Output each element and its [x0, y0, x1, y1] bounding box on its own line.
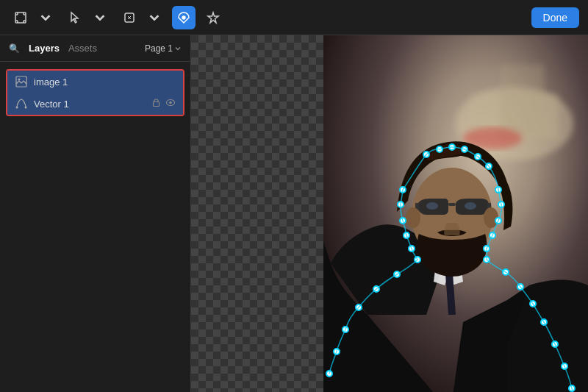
svg-rect-16	[154, 102, 159, 107]
svg-point-15	[25, 107, 27, 109]
frame-tool-chevron[interactable]	[34, 6, 57, 29]
canvas-image	[323, 35, 588, 392]
svg-point-14	[16, 107, 18, 109]
tool-group-select	[63, 6, 112, 29]
sidebar: 🔍 Layers Assets Page 1	[0, 35, 191, 392]
image-layer-icon	[15, 75, 28, 88]
svg-point-18	[169, 101, 172, 104]
page-selector-chevron	[174, 45, 182, 52]
svg-point-29	[426, 202, 438, 210]
search-icon: 🔍	[9, 43, 20, 54]
tab-assets[interactable]: Assets	[65, 41, 100, 55]
svg-marker-11	[208, 13, 218, 23]
svg-rect-12	[16, 76, 26, 87]
tool-group-shape	[118, 6, 166, 29]
lock-icon[interactable]	[151, 98, 161, 110]
eye-icon[interactable]	[165, 98, 176, 110]
svg-point-30	[465, 202, 476, 210]
star-tool-button[interactable]	[201, 6, 225, 29]
select-tool-chevron[interactable]	[88, 6, 112, 29]
svg-point-31	[406, 207, 420, 228]
pen-tool-button[interactable]	[172, 6, 196, 29]
layers-list: image 1 Vector 1	[0, 62, 190, 124]
svg-point-13	[18, 79, 21, 81]
svg-rect-0	[15, 13, 26, 23]
done-button[interactable]: Done	[531, 7, 579, 28]
page-selector[interactable]: Page 1	[145, 43, 182, 54]
main-content: 🔍 Layers Assets Page 1	[0, 35, 588, 392]
shape-tool-chevron[interactable]	[143, 6, 166, 29]
toolbar: Done	[0, 0, 588, 35]
svg-point-10	[182, 16, 185, 19]
svg-rect-22	[500, 65, 544, 138]
page-selector-label: Page 1	[145, 43, 173, 54]
layers-selection-box: image 1 Vector 1	[6, 69, 184, 116]
shape-tool-button[interactable]	[118, 6, 141, 29]
layer-actions-vector1	[151, 98, 176, 110]
layer-item-image1[interactable]: image 1	[7, 71, 183, 93]
layer-item-vector1[interactable]: Vector 1	[7, 93, 183, 115]
svg-rect-26	[448, 203, 456, 206]
sidebar-header: 🔍 Layers Assets Page 1	[0, 35, 190, 62]
layer-name-vector1: Vector 1	[34, 99, 146, 110]
frame-tool-button[interactable]	[9, 6, 32, 29]
select-tool-button[interactable]	[63, 6, 87, 29]
tab-layers[interactable]: Layers	[26, 41, 62, 55]
canvas-area[interactable]	[191, 35, 588, 392]
tool-group-left	[9, 6, 57, 29]
layer-name-image1: image 1	[34, 76, 176, 88]
vector-layer-icon	[15, 97, 28, 110]
